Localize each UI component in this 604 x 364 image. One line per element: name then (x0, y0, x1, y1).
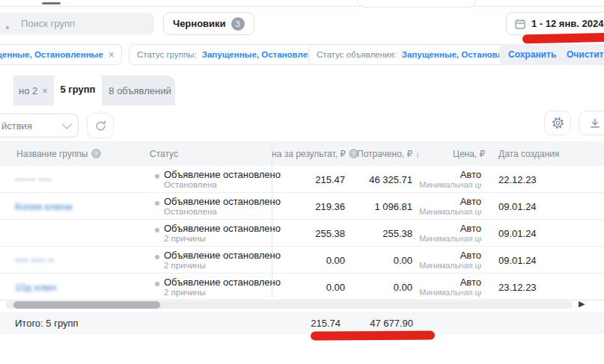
status-dot-icon (155, 228, 159, 232)
created-date: 09.01.24 (498, 254, 537, 265)
price-value: Авто (419, 277, 481, 288)
chevron-down-icon (62, 120, 72, 129)
table-row[interactable]: Копия ключи Объявление остановлено Остан… (0, 193, 604, 220)
spent-value: 46 325.71 (345, 173, 412, 185)
table-body: •••••• •••• Объявление остановлено Остан… (0, 166, 604, 300)
created-date: 09.01.24 (498, 227, 537, 238)
export-button[interactable] (579, 111, 604, 135)
column-header-price-label: Цена, ₽ (453, 149, 485, 159)
search-input[interactable]: Поиск групп (0, 13, 154, 34)
table-header: Название группы ? Статус на за результат… (0, 141, 604, 167)
calendar-icon (514, 18, 526, 30)
tab-ads[interactable]: 8 объявлений (105, 75, 175, 105)
tab-bar: но 2 × 5 групп 8 объявлений (13, 75, 175, 105)
status-subtext: 2 причины (164, 288, 206, 297)
status-text: Объявление остановлено (164, 277, 281, 288)
refresh-button[interactable] (87, 113, 114, 138)
table-row[interactable]: 10д ключ Объявление остановлено 2 причин… (0, 274, 604, 300)
column-header-cost-per-result[interactable]: на за результат, ₽ ? (272, 141, 359, 166)
price-subtext: Минимальная це... (419, 261, 481, 270)
save-filters-button[interactable]: Сохранить (499, 44, 565, 65)
cost-per-result-value: 219.36 (270, 200, 345, 212)
column-header-spent-label: Потрачено, ₽ (357, 149, 412, 159)
spent-value: 0.00 (345, 281, 412, 292)
totals-spent: 47 677.90 (347, 318, 413, 329)
filter-chip-label: Статус объявления: (317, 50, 397, 59)
column-header-spent[interactable]: Потрачено, ₽ ↓ (357, 141, 420, 166)
table-settings-button[interactable] (544, 111, 571, 135)
column-header-price[interactable]: Цена, ₽ (453, 141, 485, 166)
actions-dropdown[interactable]: йствия (0, 114, 79, 138)
table-row[interactable]: •••••• •••• Объявление остановлено Остан… (0, 166, 604, 193)
tab-groups[interactable]: 5 групп (54, 73, 102, 105)
status-dot-icon (155, 174, 159, 179)
close-icon[interactable]: × (42, 85, 48, 96)
table-totals-row: Итого: 5 групп 215.74 47 677.90 (0, 312, 604, 334)
spent-value: 0.00 (345, 254, 412, 265)
column-header-name-label: Название группы (16, 149, 88, 159)
status-text: Объявление остановлено (164, 250, 281, 261)
status-text: Объявление остановлено (164, 169, 281, 180)
price-value: Авто (419, 223, 481, 234)
date-range-label: 1 - 12 янв. 2024 (531, 18, 603, 29)
group-name-link[interactable]: •••• •••• •• (15, 254, 55, 265)
spent-value: 255.38 (345, 227, 412, 238)
table-row[interactable]: Объявление остановлено 2 причины 255.38 … (0, 220, 604, 247)
refresh-icon (94, 120, 107, 132)
totals-label: Итого: 5 групп (15, 318, 79, 329)
status-dot-icon (155, 201, 159, 206)
price-subtext: Минимальная це... (419, 288, 481, 297)
column-header-status-label: Статус (150, 149, 178, 159)
clear-filters-button[interactable]: Очистить (558, 44, 604, 65)
drafts-button[interactable]: Черновики 3 (163, 12, 254, 35)
top-button-fragment (357, 0, 476, 7)
actions-dropdown-label: йствия (1, 120, 32, 132)
column-header-status[interactable]: Статус (150, 141, 178, 166)
price-value: Авто (419, 250, 481, 261)
spent-value: 1 096.81 (345, 200, 412, 212)
price-subtext: Минимальная це... (419, 207, 481, 216)
filter-chip-value: пущенные, Остановленные (0, 50, 103, 59)
search-placeholder: Поиск групп (21, 18, 75, 29)
scroll-right-icon[interactable]: ▶ (579, 299, 585, 309)
status-subtext: 2 причины (164, 261, 206, 270)
cost-per-result-value: 0.00 (270, 281, 345, 292)
price-value: Авто (419, 169, 481, 180)
table-row[interactable]: •••• •••• •• Объявление остановлено 2 пр… (0, 247, 604, 274)
price-subtext: Минимальная це... (419, 180, 481, 189)
drafts-label: Черновики (173, 18, 226, 29)
tab-selected-count[interactable]: но 2 × (19, 75, 48, 105)
cost-per-result-value: 255.38 (270, 227, 345, 238)
horizontal-scrollbar-thumb[interactable] (13, 301, 160, 309)
group-name-link[interactable]: 10д ключ (15, 281, 56, 292)
search-icon (6, 26, 9, 29)
column-header-cost-label: на за результат, ₽ (272, 149, 346, 159)
filter-chip-campaign-status[interactable]: пущенные, Остановленные × (0, 44, 122, 65)
group-name-link[interactable]: •••••• •••• (15, 173, 52, 185)
totals-cost-per-result: 215.74 (266, 318, 341, 329)
status-dot-icon (155, 255, 159, 259)
column-header-name[interactable]: Название группы ? (16, 141, 101, 166)
group-name-link[interactable]: Копия ключи (15, 200, 73, 212)
status-dot-icon (155, 282, 159, 286)
status-text: Объявление остановлено (164, 196, 281, 207)
date-range-picker[interactable]: 1 - 12 янв. 2024 (506, 12, 604, 35)
price-subtext: Минимальная це... (419, 234, 481, 243)
created-date: 22.12.23 (498, 173, 537, 185)
status-subtext: Остановлена (164, 180, 217, 189)
top-ui-fragment (42, 2, 61, 4)
ads-manager-screen: Поиск групп Черновики 3 1 - 12 янв. 2024… (0, 0, 604, 364)
created-date: 09.01.24 (498, 200, 537, 212)
horizontal-scrollbar[interactable] (6, 301, 573, 309)
filter-chip-label: Статус группы: (137, 50, 197, 59)
gear-icon (551, 116, 565, 130)
help-icon[interactable]: ? (91, 149, 101, 158)
cost-per-result-value: 215.47 (270, 173, 345, 185)
top-divider (0, 6, 604, 7)
column-header-created-label: Дата создания (498, 149, 559, 159)
column-header-created[interactable]: Дата создания (498, 141, 559, 166)
frozen-column-divider (272, 141, 272, 298)
cost-per-result-value: 0.00 (270, 254, 345, 265)
close-icon[interactable]: × (109, 49, 115, 60)
tab-selected-count-label: но 2 (19, 85, 37, 96)
